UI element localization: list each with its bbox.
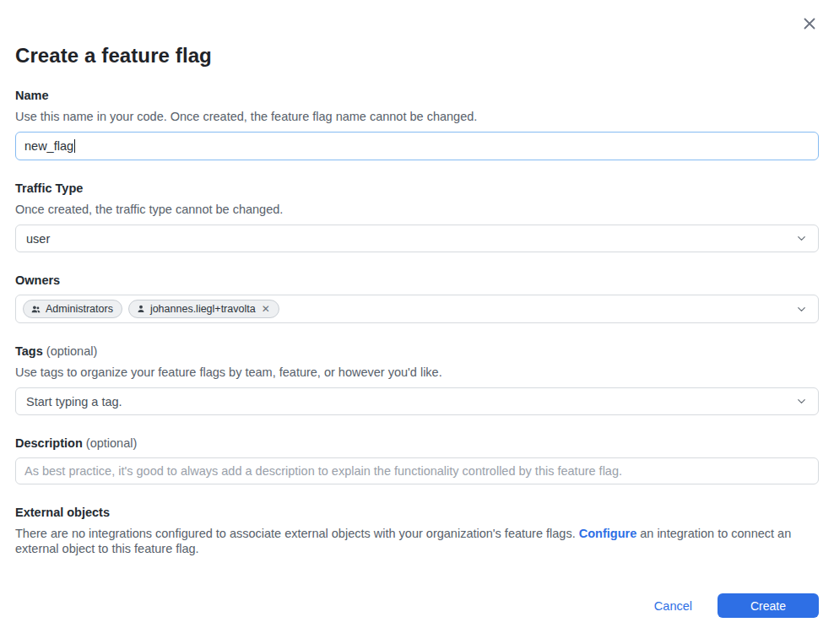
tags-placeholder: Start typing a tag. — [26, 395, 122, 409]
tags-select[interactable]: Start typing a tag. — [15, 387, 819, 415]
owner-chip-label: Administrators — [46, 303, 113, 315]
configure-link[interactable]: Configure — [579, 527, 636, 540]
owners-label: Owners — [15, 273, 819, 287]
name-input[interactable]: new_flag — [15, 132, 819, 160]
description-input[interactable] — [15, 457, 819, 484]
name-input-value: new_flag — [24, 139, 73, 153]
create-flag-modal: Create a feature flag Name Use this name… — [0, 0, 834, 618]
create-button[interactable]: Create — [718, 593, 819, 618]
chevron-down-icon — [795, 303, 808, 316]
traffic-type-label: Traffic Type — [15, 181, 819, 195]
owner-chip[interactable]: Administrators — [23, 300, 122, 318]
modal-title: Create a feature flag — [15, 44, 819, 68]
modal-footer: Cancel Create — [15, 593, 819, 618]
chevron-down-icon — [795, 232, 808, 245]
chevron-down-icon — [795, 395, 808, 408]
owner-chip-label: johannes.liegl+travolta — [150, 303, 256, 315]
cancel-button[interactable]: Cancel — [654, 599, 692, 613]
person-icon — [136, 304, 146, 314]
remove-owner-icon[interactable]: ✕ — [262, 304, 270, 314]
tags-optional-text: (optional) — [46, 344, 97, 358]
group-icon — [30, 304, 41, 315]
owner-chip[interactable]: johannes.liegl+travolta ✕ — [128, 300, 279, 318]
description-optional-text: (optional) — [86, 436, 137, 450]
name-label: Name — [15, 89, 819, 102]
external-text-before: There are no integrations configured to … — [15, 527, 579, 540]
external-objects-label: External objects — [15, 506, 819, 519]
close-x-glyph — [800, 14, 819, 33]
name-helper: Use this name in your code. Once created… — [15, 109, 819, 124]
external-objects-text: There are no integrations configured to … — [15, 526, 819, 556]
traffic-type-value: user — [26, 232, 50, 246]
description-label: Description (optional) — [15, 436, 819, 450]
tags-helper: Use tags to organize your feature flags … — [15, 365, 819, 380]
tags-label-text: Tags — [15, 344, 43, 358]
traffic-type-helper: Once created, the traffic type cannot be… — [15, 202, 819, 217]
tags-label: Tags (optional) — [15, 344, 819, 358]
traffic-type-select[interactable]: user — [15, 225, 819, 252]
text-caret — [74, 139, 75, 153]
close-icon[interactable] — [799, 13, 820, 35]
owners-select[interactable]: Administrators johannes.liegl+travolta ✕ — [15, 295, 819, 323]
description-label-text: Description — [15, 436, 83, 450]
